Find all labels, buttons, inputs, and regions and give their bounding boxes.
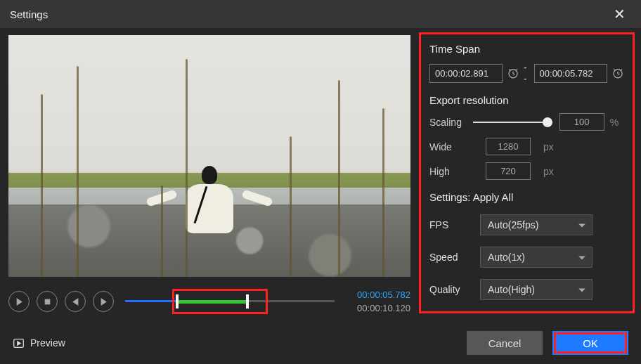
quality-select[interactable]: Auto(High) xyxy=(480,279,593,300)
trim-highlight xyxy=(172,289,268,314)
timespan-end-input[interactable] xyxy=(534,64,607,83)
timespan-separator: -- xyxy=(524,62,529,84)
speed-label: Speed xyxy=(429,252,480,263)
scaling-unit: % xyxy=(610,117,624,128)
wide-label: Wide xyxy=(429,141,473,152)
stop-icon[interactable] xyxy=(37,291,58,312)
preview-label: Preview xyxy=(30,337,65,349)
export-resolution-label: Export resolution xyxy=(429,94,624,106)
settings-panel: Time Span -- Export resolution Scaling % xyxy=(419,32,635,313)
fps-label: FPS xyxy=(429,219,480,230)
chevron-down-icon xyxy=(578,221,586,232)
svg-rect-0 xyxy=(45,299,50,304)
scaling-input[interactable] xyxy=(559,113,604,131)
ok-button[interactable]: OK xyxy=(552,331,628,355)
reset-end-icon[interactable] xyxy=(611,66,624,80)
play-icon[interactable] xyxy=(8,291,30,312)
titlebar: Settings ✕ xyxy=(0,0,641,28)
video-preview xyxy=(8,35,410,277)
high-input[interactable] xyxy=(486,162,531,180)
high-unit: px xyxy=(543,166,557,177)
preview-button[interactable]: Preview xyxy=(13,337,65,349)
cancel-button[interactable]: Cancel xyxy=(467,331,543,355)
timespan-label: Time Span xyxy=(429,43,624,55)
wide-unit: px xyxy=(543,141,557,152)
quality-label: Quality xyxy=(429,284,480,295)
prev-frame-icon[interactable] xyxy=(65,291,86,312)
current-time: 00:00:05.782 xyxy=(339,288,410,302)
window-title: Settings xyxy=(10,8,48,20)
apply-all-label: Settings: Apply All xyxy=(429,191,624,203)
next-frame-icon[interactable] xyxy=(93,291,114,312)
seek-bar[interactable] xyxy=(125,287,335,316)
close-icon[interactable]: ✕ xyxy=(608,3,631,25)
chevron-down-icon xyxy=(578,253,586,264)
speed-select[interactable]: Auto(1x) xyxy=(480,247,593,268)
high-label: High xyxy=(429,166,473,177)
scaling-slider[interactable] xyxy=(473,115,552,129)
wide-input[interactable] xyxy=(486,138,531,155)
fps-select[interactable]: Auto(25fps) xyxy=(480,214,593,235)
total-time: 00:00:10.120 xyxy=(339,301,410,316)
scaling-label: Scaling xyxy=(429,117,473,128)
chevron-down-icon xyxy=(578,285,586,297)
timespan-start-input[interactable] xyxy=(429,64,503,83)
settings-dialog: Settings ✕ xyxy=(0,0,641,364)
reset-start-icon[interactable] xyxy=(507,66,519,80)
